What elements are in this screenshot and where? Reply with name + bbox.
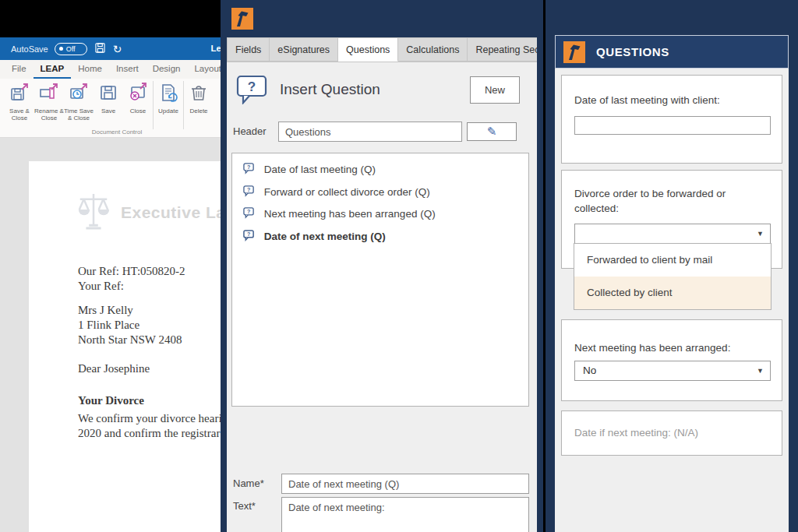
document-refresh-icon [158, 81, 178, 106]
next-meeting-select[interactable]: No ▼ [574, 361, 771, 381]
question-label: Date of last meeting with client: [574, 93, 720, 107]
delete-button[interactable]: Delete [183, 81, 214, 129]
save-button[interactable]: Save [94, 81, 123, 129]
question-text-input[interactable]: Date of next meeting: [281, 497, 529, 532]
firm-logo: Executive Law [76, 191, 238, 234]
word-window: AutoSave Off ↻ Lette File LEAP Home Inse… [0, 37, 234, 532]
rename-and-close-button[interactable]: Rename & Close [34, 81, 64, 129]
salutation: Dear Josephine [78, 361, 234, 376]
edit-header-button[interactable]: ✎ [467, 122, 517, 141]
header-label: Header [233, 122, 267, 142]
list-item-question-selected[interactable]: ? Date of next meeting (Q) [232, 226, 528, 248]
ribbon-group-label: Document Control [23, 129, 210, 136]
insert-question-panel: Fields eSignatures Questions Calculation… [221, 0, 543, 532]
autosave-state: Off [66, 45, 76, 53]
questions-sidebar: QUESTIONS Date of last meeting with clie… [546, 0, 798, 532]
our-ref-line: Our Ref: HT:050820-2 [78, 264, 234, 279]
recipient-name: Mrs J Kelly [78, 303, 234, 318]
autosave-toggle[interactable]: Off [55, 43, 87, 55]
panel-title: Insert Question [280, 81, 380, 98]
close-window-icon [128, 81, 148, 106]
rename-window-icon [39, 81, 59, 106]
insert-question-inner: Fields eSignatures Questions Calculation… [227, 37, 537, 532]
floppy-icon [98, 81, 118, 106]
tab-leap[interactable]: LEAP [34, 60, 72, 79]
name-label: Name* [233, 474, 264, 494]
svg-text:?: ? [248, 79, 256, 94]
body-line-2: 2020 and confirm the registrar g [78, 426, 234, 441]
tab-esignatures[interactable]: eSignatures [270, 37, 338, 62]
tab-questions[interactable]: Questions [338, 37, 398, 62]
svg-text:?: ? [247, 164, 250, 170]
tab-file[interactable]: File [5, 60, 34, 79]
divorce-order-dropdown: Forwarded to client by mail Collected by… [574, 243, 772, 310]
your-ref-line: Your Ref: [78, 279, 234, 294]
question-bubble-icon: ? [236, 93, 269, 107]
chevron-down-icon: ▼ [757, 361, 764, 380]
panel-tabs: Fields eSignatures Questions Calculation… [227, 37, 537, 62]
question-label: Next meeting has been arranged: [574, 340, 730, 355]
header-input[interactable] [278, 122, 462, 142]
trash-icon [189, 81, 209, 106]
date-last-meeting-input[interactable] [574, 116, 771, 135]
address-line1: 1 Flink Place [78, 318, 234, 333]
questions-sidebar-header: QUESTIONS [555, 35, 789, 69]
questions-tab-body: ? Insert Question New Header ✎ ? Date o [227, 62, 537, 532]
questions-sidebar-content: Date of last meeting with client: Divorc… [555, 69, 789, 532]
word-titlebar: AutoSave Off ↻ Lette [0, 37, 234, 60]
divorce-order-select[interactable]: ▼ [574, 224, 771, 244]
tab-design[interactable]: Design [146, 60, 188, 79]
svg-text:?: ? [247, 187, 250, 192]
question-card-date-next-meeting-disabled: Date if next meeting: (N/A) [561, 410, 782, 456]
pencil-icon: ✎ [487, 125, 497, 139]
list-item-question[interactable]: ? Date of last meeting (Q) [232, 159, 528, 181]
body-line-1: We confirm your divorce hearing [78, 411, 234, 426]
tab-calculations[interactable]: Calculations [398, 37, 468, 62]
tab-fields[interactable]: Fields [227, 37, 270, 62]
sidebar-title: QUESTIONS [596, 45, 669, 58]
letter-subject: Your Divorce [78, 393, 234, 408]
question-list: ? Date of last meeting (Q) ? Forward or … [231, 153, 529, 407]
new-question-button[interactable]: New [470, 76, 520, 104]
time-save-and-close-button[interactable]: Time Save & Close [64, 81, 94, 129]
question-name-input[interactable] [281, 474, 529, 494]
leap-logo-icon [231, 8, 253, 30]
question-label: Divorce order to be forwarded or collect… [574, 186, 754, 216]
address-line2: North Star NSW 2408 [78, 333, 234, 347]
text-label: Text* [233, 500, 256, 512]
tab-home[interactable]: Home [71, 60, 109, 79]
leap-logo-icon [563, 41, 585, 63]
tab-insert[interactable]: Insert [109, 60, 146, 79]
undo-icon[interactable]: ↻ [113, 44, 122, 55]
save-and-close-button[interactable]: Save & Close [5, 81, 34, 129]
letter-body: Our Ref: HT:050820-2 Your Ref: Mrs J Kel… [78, 264, 234, 441]
word-ribbon: Save & Close Rename & Close [0, 79, 234, 138]
save-icon[interactable] [95, 43, 105, 55]
screenshot-root: AutoSave Off ↻ Lette File LEAP Home Inse… [0, 0, 798, 532]
question-card-next-meeting: Next meeting has been arranged: No ▼ [561, 319, 782, 401]
close-button[interactable]: Close [123, 81, 153, 129]
update-button[interactable]: Update [153, 81, 183, 129]
toggle-dot-icon [59, 47, 63, 51]
word-ribbon-tabs: File LEAP Home Insert Design Layout Refe… [0, 60, 234, 79]
clock-window-icon [69, 81, 89, 106]
question-card-date-last-meeting: Date of last meeting with client: [561, 75, 782, 164]
svg-text:?: ? [247, 231, 250, 237]
dropdown-option[interactable]: Forwarded to client by mail [574, 244, 771, 277]
dropdown-option-highlighted[interactable]: Collected by client [574, 277, 771, 309]
chevron-down-icon: ▼ [757, 224, 764, 243]
tab-repeating-sections[interactable]: Repeating Sections [468, 37, 537, 62]
question-label-disabled: Date if next meeting: (N/A) [574, 425, 698, 440]
floppy-arrow-icon [9, 81, 30, 106]
autosave-label: AutoSave [11, 44, 48, 54]
list-item-question[interactable]: ? Forward or collect divorce order (Q) [232, 181, 528, 204]
scales-icon [76, 191, 111, 234]
list-item-question[interactable]: ? Next meeting has been arranged (Q) [232, 203, 528, 226]
document-area: Executive Law Our Ref: HT:050820-2 Your … [0, 138, 234, 532]
svg-text:?: ? [247, 209, 250, 214]
